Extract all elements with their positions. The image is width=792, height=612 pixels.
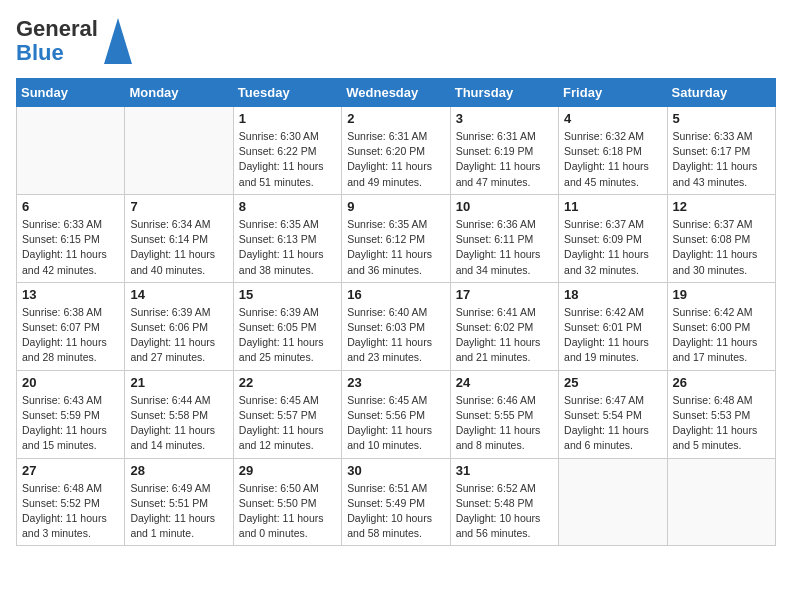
day-number: 23 (347, 375, 444, 390)
day-info: Sunrise: 6:31 AM Sunset: 6:20 PM Dayligh… (347, 129, 444, 190)
calendar-cell: 12Sunrise: 6:37 AM Sunset: 6:08 PM Dayli… (667, 194, 775, 282)
day-number: 16 (347, 287, 444, 302)
calendar-cell: 14Sunrise: 6:39 AM Sunset: 6:06 PM Dayli… (125, 282, 233, 370)
calendar-week-row: 6Sunrise: 6:33 AM Sunset: 6:15 PM Daylig… (17, 194, 776, 282)
calendar-day-header: Friday (559, 79, 667, 107)
calendar-day-header: Sunday (17, 79, 125, 107)
day-number: 11 (564, 199, 661, 214)
calendar-day-header: Monday (125, 79, 233, 107)
logo-general: General (16, 17, 98, 41)
day-number: 4 (564, 111, 661, 126)
calendar-cell: 28Sunrise: 6:49 AM Sunset: 5:51 PM Dayli… (125, 458, 233, 546)
day-number: 30 (347, 463, 444, 478)
day-info: Sunrise: 6:45 AM Sunset: 5:56 PM Dayligh… (347, 393, 444, 454)
day-number: 7 (130, 199, 227, 214)
calendar-week-row: 27Sunrise: 6:48 AM Sunset: 5:52 PM Dayli… (17, 458, 776, 546)
day-info: Sunrise: 6:44 AM Sunset: 5:58 PM Dayligh… (130, 393, 227, 454)
day-number: 27 (22, 463, 119, 478)
calendar-cell: 5Sunrise: 6:33 AM Sunset: 6:17 PM Daylig… (667, 107, 775, 195)
day-info: Sunrise: 6:45 AM Sunset: 5:57 PM Dayligh… (239, 393, 336, 454)
day-number: 19 (673, 287, 770, 302)
calendar-cell: 26Sunrise: 6:48 AM Sunset: 5:53 PM Dayli… (667, 370, 775, 458)
calendar-cell: 10Sunrise: 6:36 AM Sunset: 6:11 PM Dayli… (450, 194, 558, 282)
day-info: Sunrise: 6:30 AM Sunset: 6:22 PM Dayligh… (239, 129, 336, 190)
logo-blue: Blue (16, 41, 64, 65)
day-number: 18 (564, 287, 661, 302)
calendar-cell: 6Sunrise: 6:33 AM Sunset: 6:15 PM Daylig… (17, 194, 125, 282)
day-number: 8 (239, 199, 336, 214)
calendar-cell: 13Sunrise: 6:38 AM Sunset: 6:07 PM Dayli… (17, 282, 125, 370)
page-header: General Blue (16, 16, 776, 66)
calendar-cell: 19Sunrise: 6:42 AM Sunset: 6:00 PM Dayli… (667, 282, 775, 370)
day-info: Sunrise: 6:51 AM Sunset: 5:49 PM Dayligh… (347, 481, 444, 542)
logo: General Blue (16, 16, 132, 66)
day-info: Sunrise: 6:39 AM Sunset: 6:06 PM Dayligh… (130, 305, 227, 366)
day-info: Sunrise: 6:39 AM Sunset: 6:05 PM Dayligh… (239, 305, 336, 366)
calendar-cell: 2Sunrise: 6:31 AM Sunset: 6:20 PM Daylig… (342, 107, 450, 195)
calendar-cell: 29Sunrise: 6:50 AM Sunset: 5:50 PM Dayli… (233, 458, 341, 546)
calendar-table: SundayMondayTuesdayWednesdayThursdayFrid… (16, 78, 776, 546)
calendar-body: 1Sunrise: 6:30 AM Sunset: 6:22 PM Daylig… (17, 107, 776, 546)
calendar-cell: 25Sunrise: 6:47 AM Sunset: 5:54 PM Dayli… (559, 370, 667, 458)
day-number: 14 (130, 287, 227, 302)
calendar-cell (17, 107, 125, 195)
day-number: 2 (347, 111, 444, 126)
day-info: Sunrise: 6:35 AM Sunset: 6:12 PM Dayligh… (347, 217, 444, 278)
calendar-header-row: SundayMondayTuesdayWednesdayThursdayFrid… (17, 79, 776, 107)
calendar-cell: 24Sunrise: 6:46 AM Sunset: 5:55 PM Dayli… (450, 370, 558, 458)
day-info: Sunrise: 6:32 AM Sunset: 6:18 PM Dayligh… (564, 129, 661, 190)
day-number: 12 (673, 199, 770, 214)
day-number: 26 (673, 375, 770, 390)
day-info: Sunrise: 6:43 AM Sunset: 5:59 PM Dayligh… (22, 393, 119, 454)
day-info: Sunrise: 6:42 AM Sunset: 6:00 PM Dayligh… (673, 305, 770, 366)
svg-marker-0 (104, 18, 132, 64)
day-number: 3 (456, 111, 553, 126)
day-number: 15 (239, 287, 336, 302)
calendar-day-header: Saturday (667, 79, 775, 107)
day-info: Sunrise: 6:33 AM Sunset: 6:17 PM Dayligh… (673, 129, 770, 190)
calendar-cell: 27Sunrise: 6:48 AM Sunset: 5:52 PM Dayli… (17, 458, 125, 546)
day-info: Sunrise: 6:31 AM Sunset: 6:19 PM Dayligh… (456, 129, 553, 190)
day-number: 22 (239, 375, 336, 390)
calendar-week-row: 20Sunrise: 6:43 AM Sunset: 5:59 PM Dayli… (17, 370, 776, 458)
day-number: 31 (456, 463, 553, 478)
calendar-cell (559, 458, 667, 546)
calendar-cell: 21Sunrise: 6:44 AM Sunset: 5:58 PM Dayli… (125, 370, 233, 458)
day-number: 6 (22, 199, 119, 214)
day-info: Sunrise: 6:34 AM Sunset: 6:14 PM Dayligh… (130, 217, 227, 278)
day-info: Sunrise: 6:46 AM Sunset: 5:55 PM Dayligh… (456, 393, 553, 454)
calendar-day-header: Thursday (450, 79, 558, 107)
day-info: Sunrise: 6:36 AM Sunset: 6:11 PM Dayligh… (456, 217, 553, 278)
calendar-day-header: Tuesday (233, 79, 341, 107)
day-info: Sunrise: 6:48 AM Sunset: 5:52 PM Dayligh… (22, 481, 119, 542)
day-info: Sunrise: 6:47 AM Sunset: 5:54 PM Dayligh… (564, 393, 661, 454)
calendar-cell: 23Sunrise: 6:45 AM Sunset: 5:56 PM Dayli… (342, 370, 450, 458)
day-info: Sunrise: 6:41 AM Sunset: 6:02 PM Dayligh… (456, 305, 553, 366)
day-info: Sunrise: 6:33 AM Sunset: 6:15 PM Dayligh… (22, 217, 119, 278)
calendar-week-row: 13Sunrise: 6:38 AM Sunset: 6:07 PM Dayli… (17, 282, 776, 370)
day-number: 20 (22, 375, 119, 390)
day-info: Sunrise: 6:38 AM Sunset: 6:07 PM Dayligh… (22, 305, 119, 366)
calendar-cell: 8Sunrise: 6:35 AM Sunset: 6:13 PM Daylig… (233, 194, 341, 282)
calendar-cell (125, 107, 233, 195)
calendar-cell: 17Sunrise: 6:41 AM Sunset: 6:02 PM Dayli… (450, 282, 558, 370)
calendar-week-row: 1Sunrise: 6:30 AM Sunset: 6:22 PM Daylig… (17, 107, 776, 195)
calendar-cell: 11Sunrise: 6:37 AM Sunset: 6:09 PM Dayli… (559, 194, 667, 282)
calendar-cell: 7Sunrise: 6:34 AM Sunset: 6:14 PM Daylig… (125, 194, 233, 282)
calendar-cell: 20Sunrise: 6:43 AM Sunset: 5:59 PM Dayli… (17, 370, 125, 458)
calendar-cell: 3Sunrise: 6:31 AM Sunset: 6:19 PM Daylig… (450, 107, 558, 195)
logo-triangle-icon (104, 16, 132, 66)
calendar-cell (667, 458, 775, 546)
day-info: Sunrise: 6:49 AM Sunset: 5:51 PM Dayligh… (130, 481, 227, 542)
day-number: 17 (456, 287, 553, 302)
calendar-cell: 30Sunrise: 6:51 AM Sunset: 5:49 PM Dayli… (342, 458, 450, 546)
calendar-cell: 1Sunrise: 6:30 AM Sunset: 6:22 PM Daylig… (233, 107, 341, 195)
calendar-cell: 18Sunrise: 6:42 AM Sunset: 6:01 PM Dayli… (559, 282, 667, 370)
day-info: Sunrise: 6:35 AM Sunset: 6:13 PM Dayligh… (239, 217, 336, 278)
day-info: Sunrise: 6:48 AM Sunset: 5:53 PM Dayligh… (673, 393, 770, 454)
day-info: Sunrise: 6:40 AM Sunset: 6:03 PM Dayligh… (347, 305, 444, 366)
day-number: 21 (130, 375, 227, 390)
day-number: 5 (673, 111, 770, 126)
day-number: 24 (456, 375, 553, 390)
calendar-day-header: Wednesday (342, 79, 450, 107)
